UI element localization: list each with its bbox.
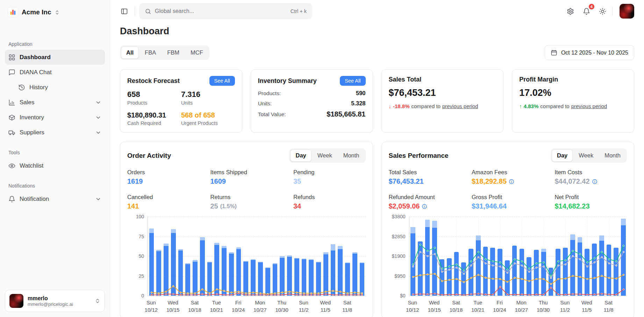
- sidebar-item-label: Suppliers: [20, 129, 44, 136]
- sidebar-item-suppliers[interactable]: Suppliers: [5, 125, 105, 140]
- brand-name: Acme Inc: [22, 8, 51, 16]
- sales-total-card: Sales Total $76,453.21 ↓ -18.8% compared…: [381, 69, 504, 133]
- order-activity-card: Order Activity Day Week Month Orders 161…: [120, 142, 373, 317]
- info-icon[interactable]: [422, 204, 427, 209]
- tab-fbm[interactable]: FBM: [162, 47, 185, 59]
- sidebar-item-notification[interactable]: Notification: [5, 191, 105, 206]
- divider: [135, 7, 135, 16]
- sidebar-item-label: Notification: [20, 196, 49, 203]
- date-range-picker[interactable]: Oct 12 2025 - Nov 10 2025: [545, 45, 634, 60]
- profit-margin-card: Profit Margin 17.02% ↑ 4.83% compared to…: [512, 69, 634, 133]
- summary-cards: Restock Forecast See All 658 Products 7.…: [120, 69, 634, 133]
- sidebar-item-label: DIANA Chat: [20, 69, 52, 76]
- stat-net-profit: Net Profit $14,682.23: [554, 194, 627, 210]
- fulfillment-tabs: All FBA FBM MCF: [120, 45, 209, 60]
- restock-see-all-button[interactable]: See All: [209, 76, 235, 86]
- metric-urgent-products: 568 of 658 Urgent Products: [181, 111, 235, 126]
- x-axis: Sun10/12Wed10/15Sat10/18Tue10/21Fri10/24…: [148, 296, 366, 312]
- sidebar-item-history[interactable]: History: [15, 80, 105, 95]
- package-icon: [8, 114, 15, 121]
- chat-icon: [8, 69, 15, 76]
- order-activity-plot[interactable]: [148, 217, 366, 296]
- tab-all[interactable]: All: [121, 47, 139, 59]
- profile-avatar[interactable]: [620, 4, 634, 19]
- arrow-up-icon: ↑: [519, 103, 522, 109]
- sidebar-item-label: Watchlist: [20, 162, 43, 169]
- stat-items-shipped: Items Shipped 1609: [210, 169, 293, 185]
- panel-left-icon: [121, 8, 128, 15]
- date-range-label: Oct 12 2025 - Nov 10 2025: [561, 50, 628, 56]
- topbar-actions: 4: [564, 4, 634, 19]
- stat-item-costs: Item Costs $44,072.42: [554, 169, 627, 185]
- chevrons-up-down-icon: [95, 298, 100, 304]
- restock-forecast-card: Restock Forecast See All 658 Products 7.…: [120, 69, 242, 133]
- sidebar-item-sales[interactable]: Sales: [5, 95, 105, 110]
- sidebar-toggle-button[interactable]: [118, 5, 130, 17]
- chevron-down-icon: [95, 114, 101, 121]
- stat-returns: Returns 25(1.5%): [210, 194, 293, 210]
- brand-logo-icon: [8, 7, 18, 17]
- theme-toggle-button[interactable]: [596, 5, 609, 17]
- profit-margin-value: 17.02%: [519, 87, 627, 98]
- section-label-notifications: Notifications: [5, 183, 105, 189]
- toggle-day[interactable]: Day: [290, 149, 311, 162]
- sidebar-item-label: Sales: [20, 99, 35, 106]
- card-title: Profit Margin: [519, 76, 558, 83]
- dashboard-content: Dashboard All FBA FBM MCF Oct 12 2025 - …: [110, 22, 644, 317]
- global-search[interactable]: Ctrl + k: [139, 3, 312, 19]
- toggle-month[interactable]: Month: [338, 149, 365, 162]
- inventory-see-all-button[interactable]: See All: [340, 76, 365, 86]
- settings-button[interactable]: [564, 5, 577, 17]
- section-label-application: Application: [5, 41, 105, 47]
- inventory-summary-card: Inventory Summary See All Products: 590 …: [251, 69, 373, 133]
- metric-products: 658 Products: [127, 90, 181, 106]
- card-title: Inventory Summary: [258, 77, 317, 85]
- dashboard-grid-icon: [8, 54, 15, 61]
- search-shortcut: Ctrl + k: [291, 8, 307, 14]
- page-title: Dashboard: [120, 26, 634, 37]
- sales-total-value: $76,453.21: [389, 87, 496, 98]
- info-icon[interactable]: [592, 179, 598, 184]
- search-input[interactable]: [155, 8, 287, 14]
- previous-period-link[interactable]: previous period: [571, 103, 607, 109]
- watchlist-eye-icon: [8, 162, 15, 169]
- workspace-switcher[interactable]: Acme Inc: [5, 5, 105, 20]
- notifications-button[interactable]: 4: [580, 5, 593, 17]
- stat-orders: Orders 1619: [127, 169, 210, 185]
- card-title: Sales Total: [389, 76, 422, 83]
- profit-margin-change: ↑ 4.83% compared to previous period: [519, 103, 627, 109]
- tab-fba[interactable]: FBA: [139, 47, 161, 59]
- sidebar-item-inventory[interactable]: Inventory: [5, 110, 105, 125]
- toggle-month[interactable]: Month: [599, 149, 626, 162]
- user-menu[interactable]: mmerlo mmerlo@pricelogic.ai: [5, 290, 105, 312]
- filters-row: All FBA FBM MCF Oct 12 2025 - Nov 10 202…: [120, 45, 634, 60]
- user-name: mmerlo: [28, 295, 91, 302]
- sidebar: Acme Inc Application Dashboard DIANA Cha…: [0, 0, 110, 317]
- user-avatar: [9, 294, 23, 308]
- topbar: Ctrl + k 4: [110, 0, 644, 22]
- chevron-down-icon: [95, 129, 101, 136]
- charts-row: Order Activity Day Week Month Orders 161…: [120, 142, 634, 317]
- sidebar-item-dashboard[interactable]: Dashboard: [5, 50, 105, 65]
- user-email: mmerlo@pricelogic.ai: [28, 302, 91, 307]
- sales-performance-plot[interactable]: [409, 217, 627, 296]
- order-activity-chart: 0255075100 Sun10/12Wed10/15Sat10/18Tue10…: [127, 217, 366, 312]
- metric-units: 7.316 Units: [181, 90, 235, 106]
- toggle-week[interactable]: Week: [573, 149, 599, 162]
- tab-mcf[interactable]: MCF: [185, 47, 208, 59]
- sales-performance-stats: Total Sales $76,453.21 Amazon Fees $18,2…: [389, 169, 627, 210]
- previous-period-link[interactable]: previous period: [442, 103, 478, 109]
- toggle-week[interactable]: Week: [312, 149, 337, 162]
- y-axis: $0$950$1900$2850$3800: [389, 217, 409, 296]
- user-meta: mmerlo mmerlo@pricelogic.ai: [28, 295, 91, 307]
- sidebar-item-diana-chat[interactable]: DIANA Chat: [5, 65, 105, 80]
- y-axis: 0255075100: [127, 217, 148, 296]
- toggle-day[interactable]: Day: [552, 149, 573, 162]
- main-area: Ctrl + k 4 Dashboard: [110, 0, 644, 317]
- info-icon[interactable]: [509, 179, 514, 184]
- section-label-tools: Tools: [5, 150, 105, 155]
- sidebar-item-watchlist[interactable]: Watchlist: [5, 158, 105, 173]
- bell-icon: [8, 196, 15, 203]
- sidebar-nav: Dashboard DIANA Chat History Sales Inven…: [5, 50, 105, 140]
- sales-chart-icon: [8, 99, 15, 106]
